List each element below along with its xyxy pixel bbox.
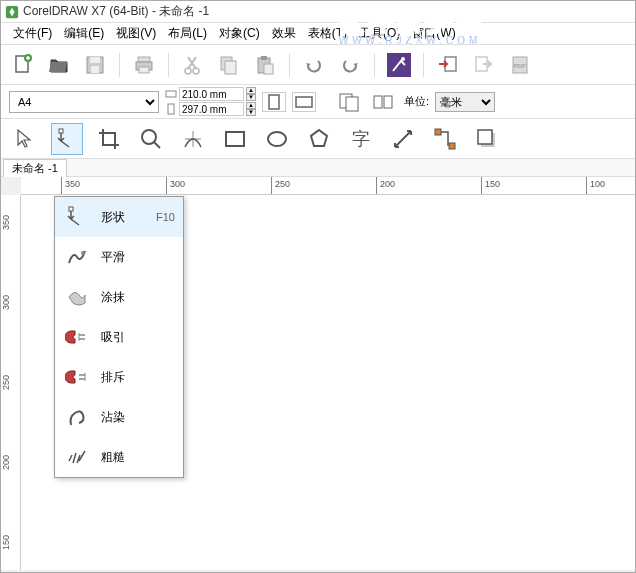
flyout-smooth[interactable]: 平滑 xyxy=(55,237,183,277)
svg-rect-15 xyxy=(264,64,273,74)
copy-button[interactable] xyxy=(215,51,243,79)
menu-layout[interactable]: 布局(L) xyxy=(162,23,213,44)
menu-tools[interactable]: 工具(O) xyxy=(353,23,406,44)
svg-rect-22 xyxy=(166,91,176,97)
svg-rect-36 xyxy=(449,143,455,149)
crop-tool[interactable] xyxy=(93,123,125,155)
connector-tool[interactable] xyxy=(429,123,461,155)
freehand-tool[interactable] xyxy=(177,123,209,155)
portrait-button[interactable] xyxy=(262,92,286,112)
svg-point-31 xyxy=(142,130,156,144)
window-title: CorelDRAW X7 (64-Bit) - 未命名 -1 xyxy=(23,3,209,20)
save-button[interactable] xyxy=(81,51,109,79)
flyout-attract[interactable]: 吸引 xyxy=(55,317,183,357)
page-size-select[interactable]: A4 xyxy=(9,91,159,113)
pick-tool[interactable] xyxy=(9,123,41,155)
svg-point-17 xyxy=(401,57,405,61)
svg-rect-28 xyxy=(374,96,382,108)
title-bar: CorelDRAW X7 (64-Bit) - 未命名 -1 xyxy=(1,1,635,23)
property-bar: A4 ▲▼ ▲▼ 单位: 毫米 xyxy=(1,85,635,119)
print-button[interactable] xyxy=(130,51,158,79)
cut-button[interactable] xyxy=(179,51,207,79)
svg-rect-30 xyxy=(59,129,63,133)
polygon-tool[interactable] xyxy=(303,123,335,155)
smooth-icon xyxy=(63,243,91,271)
menu-table[interactable]: 表格(T) xyxy=(302,23,353,44)
ellipse-tool[interactable] xyxy=(261,123,293,155)
rectangle-tool[interactable] xyxy=(219,123,251,155)
export-button[interactable] xyxy=(470,51,498,79)
zoom-tool[interactable] xyxy=(135,123,167,155)
page-height-input[interactable] xyxy=(179,102,244,116)
svg-rect-14 xyxy=(261,56,267,60)
dimension-tool[interactable] xyxy=(387,123,419,155)
svg-rect-23 xyxy=(168,104,174,114)
height-spinner[interactable]: ▲▼ xyxy=(246,102,256,116)
svg-rect-38 xyxy=(478,130,492,144)
width-icon xyxy=(165,88,177,100)
svg-rect-35 xyxy=(435,129,441,135)
menu-window[interactable]: 窗口(W) xyxy=(406,23,461,44)
publish-pdf-button[interactable]: PDF xyxy=(506,51,534,79)
svg-rect-12 xyxy=(225,61,236,74)
svg-rect-4 xyxy=(90,57,100,63)
smear-icon xyxy=(63,283,91,311)
svg-text:PDF: PDF xyxy=(514,63,526,69)
unit-select[interactable]: 毫米 xyxy=(435,92,495,112)
smudge-icon xyxy=(63,403,91,431)
shape-icon xyxy=(63,203,91,231)
flyout-repel[interactable]: 排斥 xyxy=(55,357,183,397)
menu-object[interactable]: 对象(C) xyxy=(213,23,266,44)
repel-icon xyxy=(63,363,91,391)
attract-icon xyxy=(63,323,91,351)
width-spinner[interactable]: ▲▼ xyxy=(246,87,256,101)
svg-point-33 xyxy=(268,132,286,146)
menu-file[interactable]: 文件(F) xyxy=(7,23,58,44)
roughen-icon xyxy=(63,443,91,471)
svg-rect-32 xyxy=(226,132,244,146)
standard-toolbar: PDF xyxy=(1,45,635,85)
svg-rect-5 xyxy=(91,66,99,73)
svg-rect-24 xyxy=(269,95,279,109)
redo-button[interactable] xyxy=(336,51,364,79)
landscape-button[interactable] xyxy=(292,92,316,112)
svg-rect-29 xyxy=(384,96,392,108)
svg-rect-27 xyxy=(346,97,358,111)
flyout-smudge[interactable]: 沾染 xyxy=(55,397,183,437)
flyout-smear[interactable]: 涂抹 xyxy=(55,277,183,317)
search-button[interactable] xyxy=(385,51,413,79)
current-page-button[interactable] xyxy=(370,88,398,116)
shape-tool[interactable] xyxy=(51,123,83,155)
menu-edit[interactable]: 编辑(E) xyxy=(58,23,110,44)
menu-bar: 文件(F) 编辑(E) 视图(V) 布局(L) 对象(C) 效果 表格(T) 工… xyxy=(1,23,635,45)
page-width-input[interactable] xyxy=(179,87,244,101)
svg-point-40 xyxy=(81,251,85,255)
app-icon xyxy=(5,5,19,19)
svg-rect-8 xyxy=(139,67,149,73)
text-tool[interactable]: 字 xyxy=(345,123,377,155)
menu-view[interactable]: 视图(V) xyxy=(110,23,162,44)
height-icon xyxy=(165,103,177,115)
paste-button[interactable] xyxy=(251,51,279,79)
all-pages-button[interactable] xyxy=(336,88,364,116)
page-dimensions: ▲▼ ▲▼ xyxy=(165,87,256,116)
flyout-roughen[interactable]: 粗糙 xyxy=(55,437,183,477)
menu-effects[interactable]: 效果 xyxy=(266,23,302,44)
import-button[interactable] xyxy=(434,51,462,79)
drop-shadow-tool[interactable] xyxy=(471,123,503,155)
open-button[interactable] xyxy=(45,51,73,79)
svg-rect-25 xyxy=(296,97,312,107)
toolbox: 字 xyxy=(1,119,635,159)
document-tab[interactable]: 未命名 -1 xyxy=(3,159,67,177)
svg-rect-39 xyxy=(69,207,73,211)
shape-tool-flyout: 形状 F10 平滑 涂抹 吸引 排斥 沾染 粗糙 xyxy=(54,196,184,478)
new-button[interactable] xyxy=(9,51,37,79)
document-tabs: 未命名 -1 xyxy=(1,159,635,177)
flyout-shape[interactable]: 形状 F10 xyxy=(55,197,183,237)
ruler-horizontal: 350 300 250 200 150 100 xyxy=(21,177,635,195)
unit-label: 单位: xyxy=(404,94,429,109)
ruler-vertical: 350 300 250 200 150 xyxy=(1,195,21,570)
undo-button[interactable] xyxy=(300,51,328,79)
svg-rect-6 xyxy=(138,57,150,62)
svg-text:字: 字 xyxy=(352,129,370,149)
